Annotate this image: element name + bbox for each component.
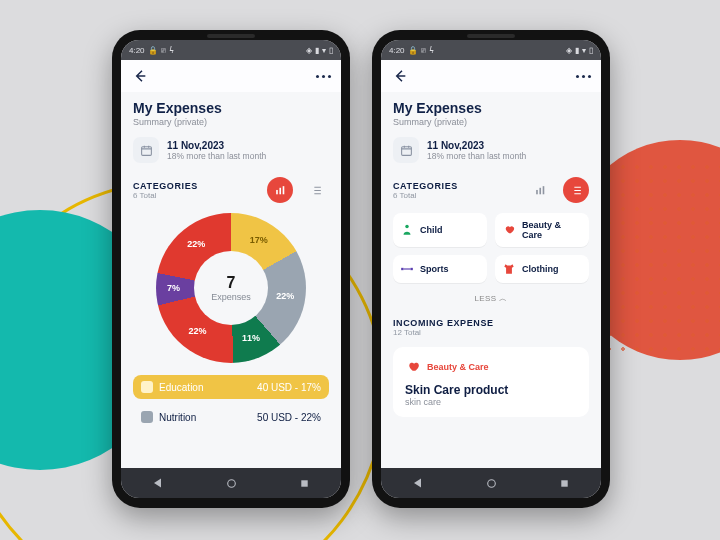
back-button[interactable] — [131, 67, 149, 85]
categories-heading: CATEGORIES — [393, 181, 458, 191]
incoming-heading: INCOMING EXPENSE — [393, 318, 589, 328]
cast-icon: ⎚ — [161, 46, 166, 55]
view-list-button[interactable] — [563, 177, 589, 203]
calendar-button[interactable] — [133, 137, 159, 163]
expense-subtitle: skin care — [405, 397, 577, 407]
nav-home-button[interactable] — [225, 477, 238, 490]
nav-recents-button[interactable] — [559, 478, 570, 489]
category-card-sports[interactable]: Sports — [393, 255, 487, 283]
svg-rect-9 — [542, 186, 544, 194]
nav-back-button[interactable] — [412, 477, 424, 489]
delta-label: 18% more than last month — [167, 151, 266, 161]
beauty-icon — [502, 223, 516, 237]
view-chart-button[interactable] — [527, 177, 553, 203]
svg-rect-6 — [401, 146, 411, 155]
incoming-expense-card[interactable]: Beauty & Care Skin Care product skin car… — [393, 347, 589, 417]
svg-rect-12 — [411, 268, 413, 270]
calendar-icon — [400, 144, 413, 157]
page-subtitle: Summary (private) — [133, 117, 329, 127]
incoming-total: 12 Total — [393, 328, 589, 337]
categories-heading: CATEGORIES — [133, 181, 198, 191]
clothing-icon — [502, 262, 516, 276]
signal-icon: ▮ — [315, 46, 319, 55]
view-chart-button[interactable] — [267, 177, 293, 203]
donut-slice-label: 22% — [276, 291, 294, 301]
svg-rect-8 — [539, 187, 541, 194]
phone-right: 4:20🔒⎚ϟ ◈▮▾▯ My Expenses Summary (privat… — [372, 30, 610, 508]
delta-label: 18% more than last month — [427, 151, 526, 161]
status-time: 4:20 — [389, 46, 405, 55]
status-bar: 4:20🔒⎚ϟ ◈▮▾▯ — [381, 40, 601, 60]
chart-icon — [534, 184, 547, 197]
android-nav-bar — [381, 468, 601, 498]
categories-total: 6 Total — [393, 191, 458, 200]
app-bar — [381, 60, 601, 92]
calendar-icon — [140, 144, 153, 157]
date-label: 11 Nov,2023 — [427, 140, 526, 151]
more-menu-button[interactable] — [576, 75, 591, 78]
svg-rect-3 — [282, 186, 284, 194]
phone-left: 4:20🔒⎚ϟ ◈▮▾▯ My Expenses Summary (privat… — [112, 30, 350, 508]
view-list-button[interactable] — [303, 177, 329, 203]
donut-slice-label: 17% — [250, 235, 268, 245]
expense-name: Skin Care product — [405, 383, 577, 397]
lock-icon: 🔒 — [148, 46, 158, 55]
donut-center-number: 7 — [227, 274, 236, 292]
legend-row-education[interactable]: Education 40 USD - 17% — [133, 375, 329, 399]
svg-rect-11 — [401, 268, 403, 270]
svg-rect-7 — [536, 189, 538, 193]
child-icon — [400, 223, 414, 237]
page-title: My Expenses — [393, 100, 589, 116]
chevron-up-icon: ︿ — [499, 294, 507, 303]
status-bar: 4:20🔒⎚ϟ ◈▮▾▯ — [121, 40, 341, 60]
svg-rect-1 — [276, 189, 278, 193]
list-icon — [570, 184, 583, 197]
battery-icon: ▯ — [329, 46, 333, 55]
back-button[interactable] — [391, 67, 409, 85]
svg-rect-0 — [141, 146, 151, 155]
battery-icon: ▯ — [589, 46, 593, 55]
nav-back-button[interactable] — [152, 477, 164, 489]
legend-row-nutrition[interactable]: Nutrition 50 USD - 22% — [133, 405, 329, 429]
donut-slice-label: 22% — [187, 239, 205, 249]
bolt-icon: ϟ — [429, 46, 434, 55]
chart-icon — [274, 184, 287, 197]
category-card-beauty[interactable]: Beauty & Care — [495, 213, 589, 247]
more-menu-button[interactable] — [316, 75, 331, 78]
date-label: 11 Nov,2023 — [167, 140, 266, 151]
svg-point-4 — [228, 479, 236, 487]
location-icon: ◈ — [306, 46, 312, 55]
svg-rect-2 — [279, 187, 281, 194]
svg-point-14 — [488, 479, 496, 487]
lock-icon: 🔒 — [408, 46, 418, 55]
list-icon — [310, 184, 323, 197]
expense-category: Beauty & Care — [427, 362, 489, 372]
svg-rect-13 — [404, 268, 411, 269]
svg-rect-5 — [302, 480, 308, 486]
app-bar — [121, 60, 341, 92]
wifi-icon: ▾ — [322, 46, 326, 55]
expenses-donut-chart: 7 Expenses 17%22%11%22%7%22% — [156, 213, 306, 363]
status-time: 4:20 — [129, 46, 145, 55]
donut-slice-label: 22% — [189, 326, 207, 336]
donut-slice-label: 7% — [167, 283, 180, 293]
category-card-clothing[interactable]: Clothing — [495, 255, 589, 283]
page-title: My Expenses — [133, 100, 329, 116]
nav-home-button[interactable] — [485, 477, 498, 490]
bolt-icon: ϟ — [169, 46, 174, 55]
categories-total: 6 Total — [133, 191, 198, 200]
nav-recents-button[interactable] — [299, 478, 310, 489]
category-card-child[interactable]: Child — [393, 213, 487, 247]
svg-rect-15 — [562, 480, 568, 486]
donut-center-word: Expenses — [211, 292, 251, 302]
signal-icon: ▮ — [575, 46, 579, 55]
sports-icon — [400, 262, 414, 276]
wifi-icon: ▾ — [582, 46, 586, 55]
calendar-button[interactable] — [393, 137, 419, 163]
collapse-button[interactable]: LESS ︿ — [393, 293, 589, 304]
beauty-icon — [405, 359, 421, 375]
cast-icon: ⎚ — [421, 46, 426, 55]
android-nav-bar — [121, 468, 341, 498]
location-icon: ◈ — [566, 46, 572, 55]
svg-point-10 — [405, 225, 409, 229]
